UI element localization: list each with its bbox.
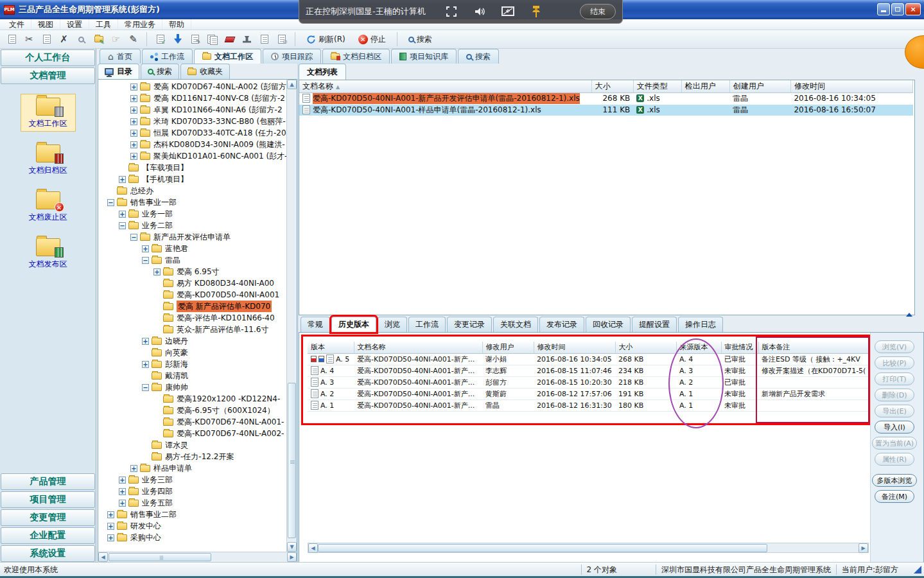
sidebar-item-1[interactable]: 文档归档区 <box>21 141 76 179</box>
history-version-row[interactable]: A. 4爱高-KD070D50-40NI-A001-新产...李志辉2016-0… <box>308 365 869 376</box>
tree-row[interactable]: +【车载项目】 <box>98 162 286 173</box>
tree-row[interactable]: +采购中心 <box>98 532 286 543</box>
tree-row[interactable]: +向英豪 <box>98 347 286 358</box>
nav-tab-0[interactable]: ⌂首页 <box>100 49 141 64</box>
copy-icon[interactable] <box>4 31 20 47</box>
doc-column-header-4[interactable]: 创建用户 <box>729 80 790 92</box>
tree-row[interactable]: −销售事业一部 <box>98 197 286 208</box>
history-version-row[interactable]: A. 3爱高-KD070D50-40NI-A001-新产...彭留方2016-0… <box>308 376 869 388</box>
expand-icon[interactable]: + <box>130 95 137 102</box>
nav-tab-5[interactable]: 项目知识库 <box>391 49 457 64</box>
nav-tab-3[interactable]: 项目跟踪 <box>263 49 321 64</box>
resize-grip-icon[interactable] <box>914 566 921 574</box>
detail-tab-6[interactable]: 发布记录 <box>539 317 584 332</box>
history-column-header-0[interactable]: 版本 <box>308 342 354 353</box>
history-version-row[interactable]: A. 5爱高-KD070D50-40NI-A001-新产...谢小娟2016-0… <box>308 353 869 365</box>
search-button[interactable]: 搜索 <box>403 31 438 47</box>
tree-row[interactable]: +恒晨 KD070D33-40TC-A18 (任力-20 <box>98 127 286 139</box>
tree-row[interactable]: +爱高-KD070D67-40NL-A001- <box>98 416 286 428</box>
action-button-9[interactable]: 备注(M) <box>875 490 914 503</box>
tree-row[interactable]: +爱高-KD070D67-40NL-A002- <box>98 428 286 439</box>
tree-row[interactable]: +业务三部 <box>98 474 286 486</box>
expand-icon[interactable]: + <box>119 477 126 484</box>
history-version-row[interactable]: A. 2爱高-KD070D50-40NI-A001-新产...黄斯蔚2016-0… <box>308 388 869 399</box>
end-session-button[interactable]: 结束 <box>580 4 616 19</box>
collapse-icon[interactable]: − <box>142 384 149 391</box>
menu-item-1[interactable]: 视图 <box>31 19 60 30</box>
detail-tab-4[interactable]: 变更记录 <box>447 317 492 332</box>
detail-tab-2[interactable]: 浏览 <box>378 317 407 332</box>
doc-column-header-0[interactable]: 文档名称▲ <box>299 80 591 92</box>
tree-row[interactable]: +卓翼 KD101N66-40NI-A6 (彭留方-2 <box>98 104 286 116</box>
expand-icon[interactable]: + <box>107 511 114 518</box>
tree-row[interactable]: +边晓丹 <box>98 335 286 347</box>
detail-tab-1[interactable]: 历史版本 <box>331 317 376 332</box>
tree-row[interactable]: +英众-新产品评估单-11.6寸 <box>98 324 286 335</box>
expand-icon[interactable]: + <box>119 488 126 495</box>
minimize-button[interactable] <box>877 3 890 15</box>
expand-icon[interactable]: + <box>130 130 137 137</box>
tree-row[interactable]: +爱高-评估单-KD101N66-40 <box>98 312 286 324</box>
tree-row[interactable]: +爱高1920x1200 -KD122N4- <box>98 393 286 405</box>
doc-column-header-2[interactable]: 文件类型 <box>633 80 681 92</box>
expand-icon[interactable]: + <box>142 338 149 345</box>
doc-column-header-1[interactable]: 大小 <box>591 80 633 92</box>
history-column-header-1[interactable]: 文档名称 <box>354 342 482 353</box>
signature-icon[interactable]: ✎ <box>125 31 141 47</box>
tree-row[interactable]: −新产品开发评估申请单 <box>98 231 286 243</box>
paste-icon[interactable] <box>39 31 55 47</box>
menu-item-2[interactable]: 设置 <box>60 19 89 30</box>
menu-item-0[interactable]: 文件 <box>3 19 31 30</box>
sidebar-item-2[interactable]: ✕文档废止区 <box>21 188 76 225</box>
delete-icon[interactable]: ✗ <box>56 31 72 47</box>
tree-row[interactable]: +爱高 KD116N17-40NV-C8 (彭留方-2 <box>98 92 286 104</box>
eraser-icon[interactable] <box>222 31 238 47</box>
expand-icon[interactable]: + <box>119 176 126 183</box>
explorer-tab-2[interactable]: 收藏夹 <box>180 64 230 79</box>
tree-row[interactable]: +【手机项目】 <box>98 173 286 185</box>
scroll-left-icon[interactable]: ◀ <box>98 552 108 562</box>
sidebar-section-0[interactable]: 产品管理 <box>1 473 95 490</box>
explorer-tab-0[interactable]: 目录 <box>98 64 139 79</box>
scroll-down-icon[interactable]: ▼ <box>287 542 297 552</box>
detail-tab-0[interactable]: 常规 <box>301 317 330 332</box>
nav-tab-6[interactable]: 搜索 <box>458 49 499 64</box>
history-horizontal-scrollbar[interactable]: ◀ ▶ <box>308 543 869 553</box>
history-column-header-6[interactable]: 审批情况 <box>721 342 758 353</box>
expand-icon[interactable]: + <box>107 534 114 541</box>
menu-item-3[interactable]: 工具 <box>89 19 118 30</box>
stamp-icon[interactable] <box>239 31 255 47</box>
tree-hscroll-thumb[interactable] <box>109 553 211 561</box>
detail-tab-8[interactable]: 提醒设置 <box>632 317 677 332</box>
sidebar-section-2[interactable]: 变更管理 <box>1 509 95 526</box>
new-folder-icon[interactable]: ✎ <box>91 31 107 47</box>
expand-icon[interactable]: + <box>130 107 137 114</box>
checkin-icon[interactable]: ✓ <box>152 31 168 47</box>
expand-icon[interactable]: + <box>130 141 137 148</box>
tree-row[interactable]: +聚美灿KD101A01-60NC-A001 (彭才- <box>98 150 286 162</box>
expand-icon[interactable]: + <box>130 118 137 125</box>
history-column-header-7[interactable]: 版本备注 <box>758 342 869 353</box>
pin-icon[interactable] <box>527 4 546 19</box>
tree-row[interactable]: +易方-任力-12.2开案 <box>98 451 286 462</box>
sidebar-section-document-management[interactable]: 文档管理 <box>1 67 95 84</box>
tree-row[interactable]: +业务四部 <box>98 486 286 497</box>
expand-icon[interactable]: + <box>142 245 149 252</box>
expand-icon[interactable]: + <box>130 465 137 472</box>
tree-horizontal-scrollbar[interactable]: ◀ ▶ <box>98 552 297 562</box>
tree-row[interactable]: +销售事业二部 <box>98 509 286 520</box>
sidebar-item-3[interactable]: 文档发布区 <box>21 234 76 272</box>
menu-item-4[interactable]: 常用业务 <box>118 19 162 30</box>
history-column-header-5[interactable]: 来源版本 <box>676 342 721 353</box>
refresh-button[interactable]: 刷新(R) <box>301 31 351 47</box>
action-button-5[interactable]: 导入(I) <box>875 421 914 434</box>
edit-document-icon[interactable]: ✎ <box>187 31 203 47</box>
tree-row[interactable]: +蓝艳君 <box>98 243 286 254</box>
tree-row[interactable]: +爱高-KD070D50-40NI-A001 <box>98 289 286 301</box>
explorer-tab-1[interactable]: 搜索 <box>141 64 179 79</box>
document-row[interactable]: 爱高-KD070D50-40NI-A001-样品申请单(雷晶-20160812-… <box>299 104 913 116</box>
tree-row[interactable]: +爱高 新产品评估单-KD070 <box>98 301 286 312</box>
menu-item-5[interactable]: 帮助 <box>162 19 191 30</box>
expand-icon[interactable]: + <box>130 83 137 91</box>
action-button-8[interactable]: 多版本浏览 <box>872 474 917 487</box>
